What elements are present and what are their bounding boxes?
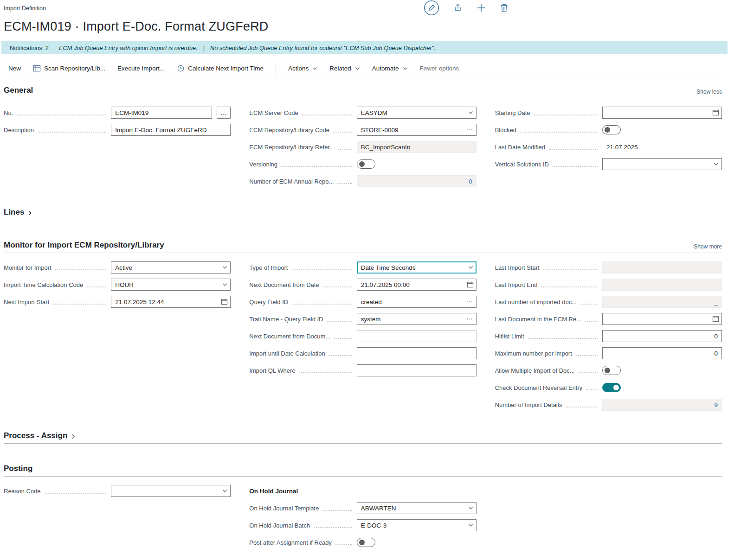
delete-icon[interactable]: [500, 3, 509, 13]
dotted-leader: [520, 127, 598, 133]
field-last-import-start: Last Import Start: [495, 261, 722, 274]
add-icon[interactable]: [477, 3, 486, 13]
dotted-leader: [553, 161, 598, 167]
on-hold-journal-template-combobox[interactable]: [357, 502, 477, 514]
query-field-id-input[interactable]: [357, 296, 477, 308]
new-button[interactable]: New: [8, 65, 21, 72]
process-assign-section-title: Process - Assign: [4, 431, 67, 440]
edit-icon[interactable]: [424, 0, 439, 16]
field-last-import-end: Last Import End: [495, 279, 722, 291]
reason-code-label: Reason Code: [4, 488, 41, 495]
description-input[interactable]: [111, 124, 231, 136]
chevron-down-icon[interactable]: [468, 522, 473, 528]
check-document-reversal-toggle[interactable]: [602, 383, 621, 392]
post-after-assignment-toggle[interactable]: [357, 538, 375, 547]
field-import-time-calculation-code: Import Time Calculation Code: [4, 279, 231, 291]
chevron-down-icon[interactable]: [468, 505, 473, 510]
fewer-options-button[interactable]: Fewer options: [420, 65, 459, 72]
calendar-icon[interactable]: [467, 281, 474, 288]
calendar-icon[interactable]: [712, 315, 719, 322]
top-bar: Import Definition: [4, 0, 722, 19]
ecm-repository-library-reference-field: BC_ImportScanIn: [357, 141, 477, 153]
next-document-from-document-input[interactable]: [357, 330, 477, 342]
notifications-count-link[interactable]: Notifications: 2: [10, 45, 49, 51]
field-number-of-import-details: Number of Import Details 9: [495, 399, 722, 411]
assist-edit-icon[interactable]: …: [466, 296, 473, 304]
ecm-server-code-combobox[interactable]: [357, 107, 477, 119]
starting-date-input[interactable]: [602, 107, 722, 119]
section-rule: [4, 443, 722, 444]
monitor-for-import-combobox[interactable]: [111, 261, 231, 274]
assist-edit-icon[interactable]: …: [466, 313, 473, 321]
blocked-toggle[interactable]: [602, 125, 621, 134]
dotted-leader: [17, 110, 106, 115]
share-icon[interactable]: [453, 3, 463, 13]
command-icons: [424, 0, 509, 16]
section-rule: [4, 98, 722, 98]
lines-section-title: Lines: [4, 208, 24, 217]
show-more-link[interactable]: Show more: [694, 243, 722, 250]
number-of-import-details-field[interactable]: 9: [602, 399, 722, 411]
trait-name-query-field-id-label: Trait Name - Query Field ID: [249, 316, 323, 323]
next-import-start-input[interactable]: [111, 296, 231, 308]
chevron-down-icon[interactable]: [468, 110, 473, 115]
starting-date-label: Starting Date: [495, 109, 530, 116]
field-allow-multiple-import: Allow Multiple Import of Doc...: [495, 364, 722, 376]
page-title: ECM-IM019 · Import E-Doc. Format ZUGFeRD: [4, 19, 722, 34]
actions-menu[interactable]: Actions: [288, 65, 317, 72]
execute-import-button[interactable]: Execute Import...: [117, 65, 165, 72]
reason-code-combobox[interactable]: [111, 485, 231, 497]
ecm-repository-library-code-label: ECM Repository/Library Code: [249, 127, 329, 134]
maximum-number-per-import-input[interactable]: [602, 347, 722, 359]
on-hold-journal-batch-combobox[interactable]: [357, 519, 477, 531]
related-menu[interactable]: Related: [329, 65, 360, 72]
vertical-solutions-id-combobox[interactable]: [602, 158, 722, 170]
on-hold-journal-batch-label: On Hold Journal Batch: [249, 522, 310, 529]
lines-section-header[interactable]: Lines: [4, 208, 32, 217]
calendar-icon[interactable]: [221, 298, 228, 305]
ecm-repository-library-reference-label: ECM Repository/Library Refer...: [249, 144, 335, 151]
chevron-down-icon[interactable]: [222, 488, 227, 493]
hitlist-limit-input[interactable]: [602, 330, 722, 342]
calendar-icon[interactable]: [712, 109, 719, 116]
next-document-from-date-input[interactable]: [357, 279, 477, 291]
dotted-leader: [579, 368, 598, 373]
number-of-ecm-annual-repo-label: Number of ECM Annual Repo...: [249, 178, 334, 185]
calculate-next-import-button[interactable]: Calculate Next Import Time: [177, 64, 264, 72]
section-rule: [4, 253, 722, 253]
vertical-solutions-id-label: Vertical Solutions ID: [495, 161, 549, 168]
scan-repository-button[interactable]: Scan Repository/Lib...: [33, 64, 105, 72]
field-versioning: Versioning: [249, 158, 476, 170]
process-assign-section-header[interactable]: Process - Assign: [4, 431, 76, 440]
dotted-leader: [329, 350, 352, 356]
chevron-down-icon[interactable]: [222, 282, 227, 287]
chevron-down-icon[interactable]: [468, 265, 473, 270]
import-time-calculation-code-combobox[interactable]: [111, 279, 231, 291]
import-ql-where-input[interactable]: [357, 364, 477, 376]
automate-menu[interactable]: Automate: [372, 65, 408, 72]
field-blocked: Blocked: [495, 124, 722, 136]
no-input[interactable]: [111, 107, 212, 119]
show-less-link[interactable]: Show less: [696, 89, 722, 95]
type-of-import-combobox[interactable]: [357, 261, 477, 274]
versioning-toggle[interactable]: [357, 159, 375, 169]
import-ql-where-label: Import QL Where: [249, 367, 295, 374]
dotted-leader: [338, 144, 352, 150]
field-vertical-solutions-id: Vertical Solutions ID: [495, 158, 722, 170]
chevron-down-icon[interactable]: [222, 265, 227, 270]
section-rule: [4, 220, 722, 220]
scan-repository-icon: [33, 64, 41, 72]
dotted-leader: [291, 265, 352, 270]
last-import-start-field: [602, 261, 722, 274]
allow-multiple-import-toggle[interactable]: [602, 366, 621, 375]
import-until-date-calculation-input[interactable]: [357, 347, 477, 359]
ecm-repository-library-code-input[interactable]: [357, 124, 477, 136]
trait-name-query-field-id-input[interactable]: [357, 313, 477, 325]
chevron-down-icon[interactable]: [714, 161, 719, 166]
assist-edit-icon[interactable]: …: [466, 124, 473, 132]
last-document-ecm-input[interactable]: [602, 313, 722, 325]
number-of-ecm-annual-repo-field[interactable]: 0: [357, 175, 477, 187]
dotted-leader: [38, 127, 106, 133]
no-assist-edit-button[interactable]: …: [217, 107, 231, 119]
dotted-leader: [566, 402, 598, 407]
